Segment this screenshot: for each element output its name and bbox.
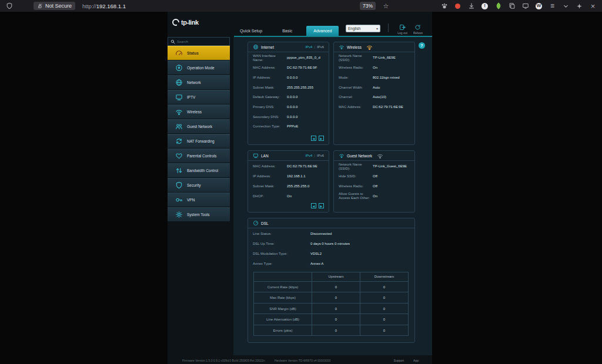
field-row: Annex Type: Annex A: [253, 259, 410, 269]
router-header: tp-link Quick Setup Basic Advanced Engli…: [168, 15, 432, 37]
field-value: Auto(10): [373, 95, 386, 100]
sidebar-item-iptv[interactable]: IPTV: [168, 90, 230, 105]
field-row: Primary DNS: 0.0.0.0: [253, 102, 324, 112]
dsl-table-corner-cell: [254, 272, 312, 281]
logout-icon: [399, 24, 406, 31]
sidebar-item-status[interactable]: Status: [168, 46, 230, 60]
sidebar-item-bandwidth-control[interactable]: Bandwidth Control: [168, 163, 230, 178]
field-value: pppoe_ptm_835_0_d: [287, 56, 320, 60]
tab-quick-setup[interactable]: Quick Setup: [234, 26, 268, 36]
forwarding-arrows-icon: [175, 137, 183, 145]
security-label: Not Secure: [45, 3, 72, 9]
select-arrow-icon: ▾: [376, 26, 378, 31]
pager-next-button[interactable]: ▶: [319, 136, 324, 141]
internet-card-header: Internet IPv4 | IPv6: [248, 42, 329, 52]
support-link[interactable]: Support: [394, 359, 404, 362]
field-value: On: [373, 66, 377, 70]
sidebar-item-guest-network[interactable]: Guest Network: [168, 119, 230, 134]
sidebar-item-wireless[interactable]: Wireless: [168, 105, 230, 119]
sidebar-search[interactable]: [168, 37, 230, 46]
sidebar-item-vpn[interactable]: VPN: [168, 193, 230, 207]
wireless-card: Wireless Network Name (SSID): TP-Link_6E…: [333, 42, 415, 145]
field-label: Subnet Mask:: [253, 86, 287, 90]
insecure-lock-icon: [37, 3, 43, 9]
copy-tabs-icon[interactable]: [507, 2, 516, 11]
dsl-downstream-value: 0: [360, 303, 409, 314]
sidebar-item-system-tools[interactable]: System Tools: [168, 207, 230, 222]
field-row: DHCP: On: [253, 191, 324, 201]
field-label: MAC Address:: [339, 105, 373, 110]
dsl-card-title: DSL: [261, 221, 269, 225]
ipv4-tab[interactable]: IPv4: [305, 154, 312, 157]
field-row: Default Gateway: 0.0.0.0: [253, 93, 324, 103]
field-label: WAN Interface Name:: [253, 54, 287, 63]
sidebar-item-security[interactable]: Security: [168, 178, 230, 193]
paw-extension-icon[interactable]: [440, 2, 449, 11]
wireless-card-header: Wireless: [334, 42, 414, 52]
url-bar[interactable]: http://192.168.1.1: [82, 3, 126, 9]
info-extension-icon[interactable]: !: [480, 2, 489, 11]
tp-link-logo: tp-link: [172, 19, 199, 26]
dsl-row-label: Current Rate (kbps): [254, 281, 312, 292]
field-label: Network Name (SSID):: [339, 54, 373, 63]
field-row: Channel Width: Auto: [339, 83, 410, 93]
dsl-upstream-value: 0: [312, 325, 360, 336]
sidebar-item-nat-forwarding[interactable]: NAT Forwarding: [168, 134, 230, 149]
wan-pager: ◀ ▶: [311, 136, 324, 141]
wireless-card-body: Network Name (SSID): TP-Link_6E9E Wirele…: [334, 52, 414, 112]
tracking-protection-shield-icon[interactable]: [5, 2, 14, 11]
lan-pager: ◀ ▶: [311, 203, 324, 208]
ip-version-divider: |: [314, 154, 315, 157]
field-label: DSL Up Time:: [253, 242, 310, 247]
reboot-button[interactable]: Reboot: [413, 24, 423, 35]
sidebar-item-operation-mode[interactable]: Operation Mode: [168, 60, 230, 75]
menu-icon[interactable]: ≡: [548, 2, 557, 11]
ip-version-divider: |: [314, 45, 315, 49]
adblock-record-icon[interactable]: [453, 2, 462, 11]
dsl-upstream-value: 0: [312, 303, 360, 314]
field-row: Connection Type: PPPoE: [253, 122, 324, 132]
site-security-chip[interactable]: Not Secure: [34, 2, 75, 10]
bookmark-star-icon[interactable]: ☆: [382, 2, 390, 11]
close-icon[interactable]: ×: [588, 2, 597, 11]
app-link[interactable]: App: [413, 359, 419, 362]
ipv6-tab[interactable]: IPv6: [317, 154, 324, 157]
tab-advanced[interactable]: Advanced: [306, 26, 339, 36]
wikipedia-extension-icon[interactable]: W: [534, 2, 543, 11]
pager-next-button[interactable]: ▶: [319, 203, 324, 208]
chevron-down-icon[interactable]: [561, 2, 570, 11]
leaf-extension-icon[interactable]: [494, 2, 503, 11]
field-label: Annex Type:: [253, 262, 310, 267]
battery-indicator[interactable]: 73%: [360, 2, 376, 10]
help-button[interactable]: ?: [419, 42, 425, 49]
field-value: Off: [373, 174, 377, 179]
field-row: IP Address: 0.0.0.0: [253, 73, 324, 83]
sparkle-settings-icon[interactable]: [575, 2, 584, 11]
pager-prev-button[interactable]: ◀: [311, 136, 316, 141]
download-icon[interactable]: [467, 2, 476, 11]
dsl-downstream-value: 0: [360, 325, 409, 336]
display-icon[interactable]: [521, 2, 530, 11]
field-label: Hide SSID:: [339, 174, 373, 179]
gear-icon: [175, 211, 183, 218]
language-select[interactable]: English ▾: [346, 25, 380, 32]
field-row: MAC Address: DC:62:79:71:6E:9E: [253, 162, 324, 172]
sidebar-item-parental-controls[interactable]: Parental Controls: [168, 149, 230, 163]
tab-basic[interactable]: Basic: [276, 26, 298, 36]
field-label: Wireless Radio:: [339, 184, 373, 189]
dsl-column-upstream: Upstream: [312, 272, 360, 281]
field-value: On: [373, 194, 377, 199]
field-label: Network Name (SSID):: [339, 163, 373, 172]
search-input[interactable]: [177, 40, 227, 43]
field-label: Default Gateway:: [253, 95, 287, 100]
ipv4-tab[interactable]: IPv4: [305, 45, 312, 49]
dsl-card-header: DSL: [248, 218, 414, 228]
wifi-icon: [175, 108, 183, 116]
heart-icon: [175, 152, 183, 160]
logout-button[interactable]: Log out: [397, 24, 407, 35]
ipv6-tab[interactable]: IPv6: [317, 45, 324, 49]
field-row: Channel: Auto(10): [339, 93, 410, 103]
guest-network-card-title: Guest Network: [347, 154, 372, 158]
pager-prev-button[interactable]: ◀: [311, 203, 316, 208]
sidebar-item-network[interactable]: Network: [168, 75, 230, 90]
